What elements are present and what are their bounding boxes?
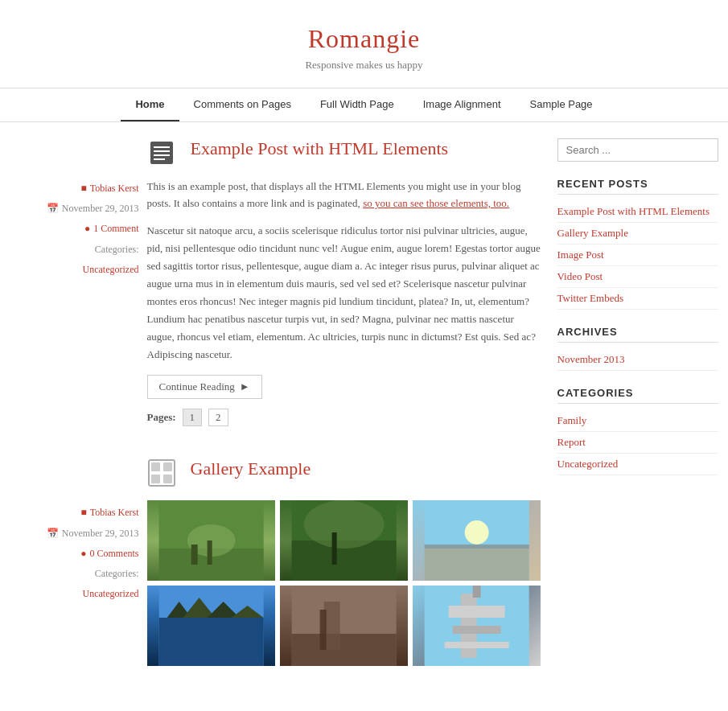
main-content: ■ Tobias Kerst 📅 November 29, 2013 ● 1 C… [10, 138, 557, 698]
svg-rect-35 [449, 606, 505, 618]
post-gallery-title[interactable]: Gallery Example [191, 458, 311, 479]
post-1-comments-row: ● 1 Comment [84, 219, 139, 239]
post-gallery-author-row: ■ Tobias Kerst [80, 503, 138, 523]
post-1-icon-box [147, 138, 183, 171]
content-wrap: ■ Tobias Kerst 📅 November 29, 2013 ● 1 C… [2, 122, 726, 711]
nav-item-image-alignment[interactable]: Image Alignment [409, 88, 516, 120]
post-gallery-header-row: Gallery Example [147, 458, 541, 491]
post-gallery: ■ Tobias Kerst 📅 November 29, 2013 ● 0 C… [10, 458, 541, 666]
svg-rect-9 [163, 475, 172, 483]
nav-item-home[interactable]: Home [121, 88, 179, 121]
gallery-thumb-6[interactable] [413, 586, 541, 666]
svg-rect-20 [425, 549, 529, 581]
gallery-thumb-3[interactable] [413, 500, 541, 581]
continue-reading-button[interactable]: Continue Reading ► [147, 375, 262, 399]
post-gallery-date: November 29, 2013 [62, 524, 139, 544]
svg-rect-36 [453, 626, 501, 634]
svg-rect-8 [151, 475, 160, 483]
post-1-date-row: 📅 November 29, 2013 [47, 199, 139, 219]
gallery-comment-icon: ● [80, 544, 86, 564]
calendar-icon: 📅 [47, 199, 59, 219]
gallery-format-icon [147, 458, 176, 487]
recent-post-link[interactable]: Video Post [557, 270, 603, 282]
nav-item-sample-page[interactable]: Sample Page [516, 88, 607, 120]
categories-section: CATEGORIES FamilyReportUncategorized [557, 387, 718, 475]
recent-posts-section: RECENT POSTS Example Post with HTML Elem… [557, 178, 718, 310]
site-header: Romangie Responsive makes us happy [0, 0, 728, 88]
post-gallery-main: Gallery Example [147, 458, 541, 666]
post-1-comments[interactable]: 1 Comment [93, 219, 138, 239]
recent-post-link[interactable]: Example Post with HTML Elements [557, 205, 709, 217]
post-gallery-comments[interactable]: 0 Comments [89, 544, 138, 564]
category-link[interactable]: Uncategorized [557, 458, 619, 470]
svg-rect-14 [207, 540, 212, 565]
post-1-author[interactable]: Tobias Kerst [90, 179, 139, 199]
page-1-link[interactable]: 1 [183, 409, 203, 426]
recent-post-link[interactable]: Image Post [557, 249, 604, 261]
category-link[interactable]: Report [557, 436, 586, 448]
nav-list: HomeComments on PagesFull Width PageImag… [0, 88, 728, 121]
svg-rect-4 [154, 158, 165, 160]
post-1-category[interactable]: Uncategorized [83, 264, 139, 275]
gallery-author-icon: ■ [80, 503, 86, 523]
post-gallery-icon-box [147, 458, 183, 491]
search-widget [557, 138, 718, 162]
site-tagline: Responsive makes us happy [16, 59, 712, 72]
categories-heading: CATEGORIES [557, 387, 718, 404]
continue-reading-label: Continue Reading [159, 380, 235, 393]
gallery-thumb-2[interactable] [280, 500, 408, 581]
post-1-main: Example Post with HTML Elements This is … [147, 138, 541, 426]
sidebar: RECENT POSTS Example Post with HTML Elem… [557, 138, 718, 698]
post-1-header-row: Example Post with HTML Elements [147, 138, 541, 171]
svg-rect-3 [154, 154, 170, 156]
site-title: Romangie [16, 24, 712, 54]
gallery-calendar-icon: 📅 [47, 524, 59, 544]
post-gallery-comments-row: ● 0 Comments [80, 544, 138, 564]
nav-item-comments-on-pages[interactable]: Comments on Pages [179, 88, 306, 120]
post-1-date: November 29, 2013 [62, 199, 139, 219]
categories-list: FamilyReportUncategorized [557, 410, 718, 475]
archives-list: November 2013 [557, 349, 718, 371]
archives-heading: ARCHIVES [557, 326, 718, 343]
gallery-thumb-4[interactable] [147, 586, 275, 666]
gallery-thumb-1[interactable] [147, 500, 275, 581]
svg-rect-2 [154, 150, 170, 152]
category-link[interactable]: Family [557, 414, 587, 426]
post-gallery-date-row: 📅 November 29, 2013 [47, 524, 139, 544]
post-1-intro-link[interactable]: so you can see those elements, too. [363, 197, 509, 209]
post-1-author-row: ■ Tobias Kerst [80, 179, 138, 199]
recent-posts-list: Example Post with HTML ElementsGallery E… [557, 201, 718, 310]
svg-point-17 [303, 500, 384, 549]
svg-rect-38 [473, 586, 481, 598]
svg-rect-24 [158, 618, 263, 666]
svg-rect-6 [151, 462, 160, 471]
svg-rect-37 [445, 642, 509, 648]
post-gallery-category[interactable]: Uncategorized [83, 588, 139, 599]
post-1-title[interactable]: Example Post with HTML Elements [191, 138, 449, 159]
search-input[interactable] [557, 138, 718, 162]
recent-post-link[interactable]: Twitter Embeds [557, 292, 624, 304]
svg-rect-18 [331, 532, 336, 565]
main-nav: HomeComments on PagesFull Width PageImag… [0, 88, 728, 122]
page-2-link[interactable]: 2 [208, 409, 228, 426]
gallery-thumb-5[interactable] [280, 586, 408, 666]
svg-rect-13 [191, 545, 197, 565]
post-gallery-cat-label: Categories: [10, 564, 139, 584]
recent-posts-heading: RECENT POSTS [557, 178, 718, 195]
svg-rect-0 [150, 142, 173, 164]
comment-icon: ● [84, 219, 90, 239]
author-icon: ■ [80, 179, 86, 199]
pages-label: Pages: [147, 411, 176, 424]
nav-item-full-width-page[interactable]: Full Width Page [306, 88, 409, 120]
post-1-intro: This is an example post, that displays a… [147, 179, 541, 212]
post-1-body: Nascetur sit natoque arcu, a sociis scel… [147, 222, 541, 364]
continue-arrow-icon: ► [240, 380, 250, 393]
gallery-grid [147, 500, 541, 666]
svg-rect-30 [291, 634, 396, 666]
post-gallery-author[interactable]: Tobias Kerst [90, 503, 139, 523]
archives-section: ARCHIVES November 2013 [557, 326, 718, 371]
svg-point-21 [465, 520, 489, 545]
post-format-icon [147, 138, 176, 167]
recent-post-link[interactable]: Gallery Example [557, 227, 628, 239]
archive-link[interactable]: November 2013 [557, 353, 625, 365]
